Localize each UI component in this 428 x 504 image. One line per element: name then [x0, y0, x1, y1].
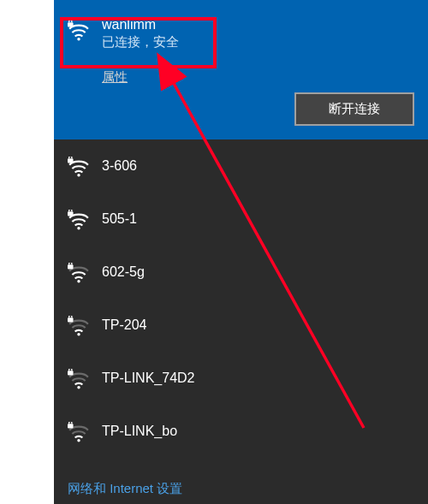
wifi-ssid-label: TP-LINK_bo	[102, 424, 177, 439]
wifi-secured-icon	[68, 157, 90, 179]
wifi-secured-icon	[68, 369, 90, 391]
svg-rect-13	[68, 424, 74, 428]
svg-point-6	[77, 280, 80, 282]
wifi-secured-icon	[68, 316, 90, 338]
networks-list: 3-606505-1602-5gTP-204TP-LINK_74D2TP-LIN…	[54, 139, 428, 458]
wifi-ssid-label: TP-LINK_74D2	[102, 371, 195, 386]
wifi-ssid-label: TP-204	[102, 317, 146, 333]
svg-rect-3	[68, 158, 74, 163]
wifi-network-item[interactable]: TP-204	[54, 299, 428, 352]
wifi-ssid-label: 602-5g	[102, 264, 145, 280]
svg-rect-5	[68, 211, 74, 216]
wifi-secured-icon	[68, 210, 90, 232]
connected-status: 已连接，安全	[102, 34, 179, 50]
svg-rect-11	[68, 371, 74, 375]
wifi-connected-text: wanlimm 已连接，安全	[102, 17, 179, 50]
connected-ssid: wanlimm	[102, 17, 179, 33]
svg-point-10	[77, 386, 80, 388]
wifi-network-item[interactable]: TP-LINK_bo	[54, 405, 428, 458]
wifi-flyout-panel: wanlimm 已连接，安全 属性 断开连接 3-606505-1602-5gT…	[54, 0, 428, 504]
svg-rect-7	[68, 264, 74, 269]
wifi-network-item[interactable]: TP-LINK_74D2	[54, 352, 428, 405]
wifi-ssid-label: 3-606	[102, 158, 137, 174]
svg-rect-9	[68, 317, 74, 322]
wifi-ssid-label: 505-1	[102, 211, 137, 227]
wifi-secured-icon	[68, 21, 90, 43]
svg-point-0	[77, 38, 80, 40]
wifi-connected-row: wanlimm 已连接，安全	[68, 17, 414, 50]
wifi-network-item[interactable]: 3-606	[54, 139, 428, 193]
disconnect-row: 断开连接	[68, 92, 414, 126]
network-settings-link[interactable]: 网络和 Internet 设置	[54, 474, 196, 504]
properties-link[interactable]: 属性	[102, 69, 128, 86]
svg-point-2	[77, 174, 80, 176]
svg-point-4	[77, 227, 80, 229]
wifi-secured-icon	[68, 422, 90, 444]
wifi-connected-item[interactable]: wanlimm 已连接，安全 属性 断开连接	[54, 0, 428, 139]
svg-point-12	[77, 439, 80, 442]
svg-point-8	[77, 333, 80, 335]
wifi-secured-icon	[68, 263, 90, 285]
wifi-network-item[interactable]: 505-1	[54, 193, 428, 246]
wifi-network-item[interactable]: 602-5g	[54, 246, 428, 299]
svg-rect-1	[68, 22, 74, 27]
disconnect-button[interactable]: 断开连接	[294, 92, 414, 126]
